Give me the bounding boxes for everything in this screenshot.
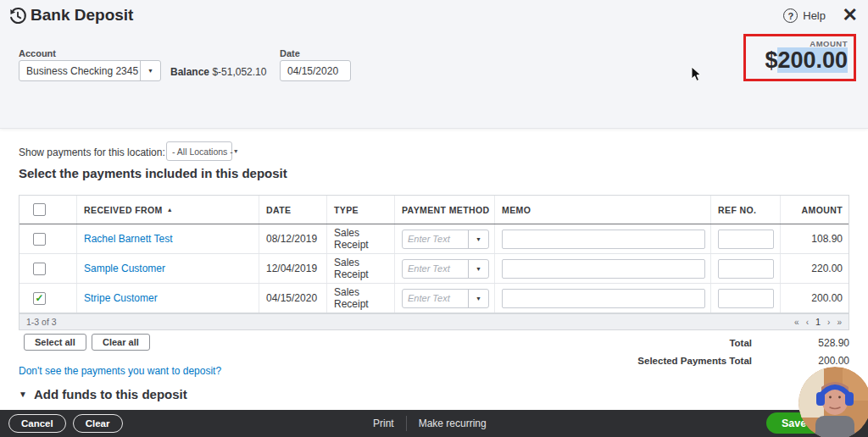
pager-page-number[interactable]: 1 — [815, 317, 821, 327]
date-value: 04/15/2020 — [287, 65, 338, 77]
customer-link[interactable]: Rachel Barnett Test — [84, 233, 173, 245]
close-icon[interactable]: ✕ — [843, 5, 858, 25]
row-date: 08/12/2019 — [259, 224, 327, 253]
ref-no-input[interactable] — [718, 289, 774, 308]
header-checkbox-cell — [19, 196, 77, 224]
amount-value: $200.00 — [765, 48, 848, 72]
amount-highlighted-value: 200.00 — [777, 47, 848, 73]
header-panel: Bank Deposit ? Help ✕ Account Business C… — [0, 0, 868, 129]
pager: « ‹ 1 › » — [794, 317, 842, 327]
account-dropdown-arrow-icon[interactable]: ▼ — [140, 61, 160, 80]
help-icon: ? — [783, 8, 798, 23]
print-button[interactable]: Print — [373, 418, 394, 429]
pagination-range: 1-3 of 3 — [26, 317, 57, 327]
balance-value: $-51,052.10 — [212, 66, 266, 78]
make-recurring-button[interactable]: Make recurring — [419, 418, 487, 429]
pagination-bar: 1-3 of 3 « ‹ 1 › » — [19, 314, 849, 330]
date-input[interactable]: 04/15/2020 — [280, 60, 351, 81]
selected-total-value: 200.00 — [752, 355, 849, 367]
add-funds-label: Add funds to this deposit — [34, 387, 187, 401]
clear-all-button[interactable]: Clear all — [92, 334, 150, 351]
memo-input[interactable] — [502, 259, 705, 279]
payments-table: RECEIVED FROM▲ DATE TYPE PAYMENT METHOD … — [19, 195, 849, 314]
row-date: 12/04/2019 — [259, 254, 327, 283]
location-filter-value: - All Locations - — [167, 147, 233, 157]
row-checkbox-checked[interactable]: ✓ — [33, 292, 46, 305]
table-header-row: RECEIVED FROM▲ DATE TYPE PAYMENT METHOD … — [19, 196, 849, 224]
account-value: Business Checking 2345 — [19, 65, 140, 77]
selected-total-label: Selected Payments Total — [637, 356, 752, 366]
payment-method-dropdown-icon[interactable]: ▼ — [468, 230, 488, 248]
pager-next-icon[interactable]: › — [827, 318, 830, 327]
help-button[interactable]: ? Help — [783, 8, 826, 23]
balance-text: Balance $-51,052.10 — [170, 66, 266, 78]
location-filter-label: Show payments for this location: — [19, 147, 165, 158]
payment-method-input[interactable] — [403, 260, 468, 278]
payment-method-combo[interactable]: ▼ — [402, 230, 489, 249]
customer-link[interactable]: Stripe Customer — [84, 292, 158, 304]
recent-transactions-clock-icon[interactable] — [8, 7, 27, 25]
row-type: Sales Receipt — [327, 224, 395, 253]
payment-method-dropdown-icon[interactable]: ▼ — [468, 260, 488, 278]
location-dropdown-arrow-icon[interactable]: ▼ — [233, 148, 239, 154]
footer-bar: Cancel Clear Print Make recurring — [0, 410, 868, 437]
selected-total-row: Selected Payments Total 200.00 — [510, 355, 849, 367]
bank-deposit-page: Bank Deposit ? Help ✕ Account Business C… — [0, 0, 868, 437]
total-row: Total 528.90 — [510, 337, 849, 349]
header-memo[interactable]: MEMO — [495, 196, 711, 224]
select-all-button[interactable]: Select all — [24, 334, 86, 351]
payment-method-input[interactable] — [403, 290, 468, 307]
memo-input[interactable] — [502, 289, 705, 308]
totals-block: Total 528.90 Selected Payments Total 200… — [510, 337, 849, 373]
row-date: 04/15/2020 — [259, 284, 327, 313]
account-select[interactable]: Business Checking 2345 ▼ — [19, 60, 161, 81]
customer-link[interactable]: Sample Customer — [84, 263, 165, 274]
ref-no-input[interactable] — [718, 230, 774, 249]
balance-label: Balance — [170, 66, 209, 78]
row-amount: 220.00 — [781, 254, 850, 283]
payment-method-dropdown-icon[interactable]: ▼ — [468, 290, 488, 307]
titlebar: Bank Deposit ? Help ✕ — [0, 0, 868, 30]
amount-currency: $ — [765, 47, 777, 73]
pager-last-icon[interactable]: » — [837, 318, 842, 327]
row-amount: 200.00 — [781, 284, 850, 313]
webcam-overlay — [798, 367, 868, 437]
select-all-checkbox[interactable] — [33, 203, 46, 216]
footer-divider — [406, 416, 407, 431]
page-title: Bank Deposit — [31, 6, 133, 25]
row-type: Sales Receipt — [327, 284, 395, 313]
presenter-video — [798, 367, 868, 437]
payment-method-input[interactable] — [403, 230, 468, 248]
header-date[interactable]: DATE — [259, 196, 327, 224]
header-type[interactable]: TYPE — [327, 196, 395, 224]
sort-asc-icon: ▲ — [167, 207, 173, 213]
ref-no-input[interactable] — [718, 259, 774, 279]
pager-first-icon[interactable]: « — [794, 318, 799, 327]
account-label: Account — [19, 48, 56, 58]
pager-prev-icon[interactable]: ‹ — [806, 318, 809, 327]
header-ref-no[interactable]: REF NO. — [711, 196, 781, 224]
row-checkbox[interactable] — [33, 263, 46, 275]
row-amount: 108.90 — [781, 224, 850, 253]
payment-method-combo[interactable]: ▼ — [402, 289, 489, 308]
help-label: Help — [803, 9, 826, 22]
row-type: Sales Receipt — [327, 254, 395, 283]
clear-button[interactable]: Clear — [73, 414, 123, 433]
amount-annotation-box: AMOUNT $200.00 — [743, 34, 856, 81]
section-title: Select the payments included in this dep… — [19, 166, 287, 180]
header-payment-method[interactable]: PAYMENT METHOD — [395, 196, 495, 224]
dont-see-payments-link[interactable]: Don't see the payments you want to depos… — [19, 365, 221, 377]
table-row: ✓ Stripe Customer 04/15/2020 Sales Recei… — [19, 284, 849, 313]
collapse-triangle-icon: ▼ — [19, 390, 27, 399]
memo-input[interactable] — [502, 230, 705, 249]
table-row: Sample Customer 12/04/2019 Sales Receipt… — [19, 254, 849, 284]
add-funds-toggle[interactable]: ▼ Add funds to this deposit — [19, 387, 187, 401]
total-value: 528.90 — [752, 337, 849, 349]
header-amount[interactable]: AMOUNT — [781, 196, 850, 224]
header-received-from[interactable]: RECEIVED FROM▲ — [77, 196, 259, 224]
cancel-button[interactable]: Cancel — [8, 414, 66, 433]
payment-method-combo[interactable]: ▼ — [402, 259, 489, 279]
location-filter-select[interactable]: - All Locations - ▼ — [166, 141, 232, 161]
row-checkbox[interactable] — [33, 233, 46, 246]
table-row: Rachel Barnett Test 08/12/2019 Sales Rec… — [19, 224, 849, 254]
